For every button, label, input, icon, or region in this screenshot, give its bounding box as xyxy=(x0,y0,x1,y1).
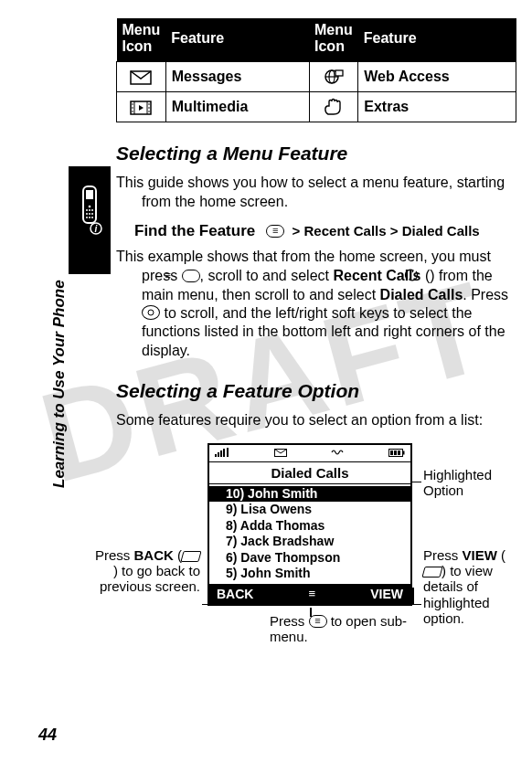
soft-key-view[interactable]: VIEW xyxy=(370,587,403,601)
right-soft-key-icon xyxy=(421,567,442,578)
svg-rect-1 xyxy=(86,190,93,199)
feature-messages: Messages xyxy=(165,62,309,92)
menu-key-icon xyxy=(309,615,327,628)
text-fragment: ) to go back to previous screen. xyxy=(100,563,200,594)
hand-icon xyxy=(309,92,358,122)
envelope-icon xyxy=(117,62,166,92)
svg-point-9 xyxy=(86,217,88,218)
svg-text:i: i xyxy=(95,224,98,234)
svg-point-7 xyxy=(89,213,90,215)
list-item[interactable]: 10) John Smith xyxy=(209,486,410,503)
globe-icon xyxy=(309,62,358,92)
film-icon xyxy=(117,92,166,122)
svg-marker-28 xyxy=(139,105,144,111)
key-label-view: VIEW xyxy=(463,547,497,563)
status-bar xyxy=(209,445,410,462)
find-feature-row: Find the Feature > Recent Calls > Dialed… xyxy=(134,222,516,240)
callout-line xyxy=(412,588,414,604)
table-row: Messages Web Access xyxy=(117,62,516,92)
key-label-back: BACK xyxy=(133,547,173,563)
left-soft-key-icon xyxy=(180,551,201,562)
svg-rect-38 xyxy=(398,450,400,455)
callout-view: Press VIEW () to view details of highlig… xyxy=(423,547,515,626)
svg-point-3 xyxy=(86,209,88,211)
list-item[interactable]: 6) Dave Thompson xyxy=(226,550,410,567)
col-feature: Feature xyxy=(165,18,309,62)
text-fragment: ( xyxy=(420,268,430,283)
feature-web-access: Web Access xyxy=(358,62,516,92)
breadcrumb-recent-calls: Recent Calls xyxy=(304,223,387,238)
svg-rect-39 xyxy=(402,450,404,454)
soft-key-bar: BACK ≡ VIEW xyxy=(209,584,410,604)
find-feature-label: Find the Feature xyxy=(134,222,255,240)
text-fragment: to scroll, and the left/right soft keys … xyxy=(142,305,505,358)
svg-point-6 xyxy=(86,213,88,215)
svg-point-26 xyxy=(149,107,151,109)
col-menu-icon-2: MenuIcon xyxy=(309,18,358,62)
svg-rect-32 xyxy=(223,449,225,457)
breadcrumb-dialed-calls: Dialed Calls xyxy=(402,223,480,238)
phone-info-badge: i xyxy=(69,166,111,274)
svg-point-5 xyxy=(91,209,93,211)
intro-paragraph: This guide shows you how to select a men… xyxy=(116,174,516,211)
svg-point-11 xyxy=(91,217,93,218)
svg-point-27 xyxy=(149,111,151,112)
battery-icon xyxy=(388,447,405,460)
phone-screen: Dialed Calls 10) John Smith 9) Lisa Owen… xyxy=(207,443,412,606)
feature-extras: Extras xyxy=(358,92,516,122)
breadcrumb-sep: > xyxy=(390,223,399,238)
text-fragment: Press xyxy=(270,613,309,629)
callout-line xyxy=(412,482,421,483)
svg-rect-18 xyxy=(335,70,343,76)
text-fragment: Press xyxy=(95,547,134,563)
callout-line xyxy=(202,604,207,606)
svg-rect-29 xyxy=(215,454,217,457)
side-rail: i xyxy=(69,166,111,274)
svg-rect-33 xyxy=(227,448,229,457)
list-item[interactable]: 7) Jack Bradshaw xyxy=(226,534,410,550)
svg-point-24 xyxy=(133,111,134,112)
svg-rect-37 xyxy=(394,450,397,455)
soft-key-menu[interactable]: ≡ xyxy=(309,587,316,600)
section-side-label: Learning to Use Your Phone xyxy=(50,280,69,488)
feat-dialed-calls: Dialed Calls xyxy=(380,287,463,302)
text-fragment: ( xyxy=(497,547,505,563)
svg-point-8 xyxy=(91,213,93,215)
callout-highlighted: Highlighted Option xyxy=(423,467,515,499)
nav-key-icon xyxy=(142,305,160,320)
breadcrumb: > Recent Calls > Dialed Calls xyxy=(266,223,479,238)
ring-indicator-icon xyxy=(331,447,344,460)
svg-rect-31 xyxy=(220,450,222,457)
breadcrumb-sep: > xyxy=(293,223,301,238)
list-item[interactable]: 9) Lisa Owens xyxy=(226,502,410,518)
svg-point-22 xyxy=(133,103,134,105)
heading-selecting-menu-feature: Selecting a Menu Feature xyxy=(116,143,516,164)
text-fragment: Press xyxy=(423,547,463,563)
heading-selecting-feature-option: Selecting a Feature Option xyxy=(116,380,516,402)
col-menu-icon: MenuIcon xyxy=(117,18,166,62)
callout-submenu: Press to open sub-menu. xyxy=(270,613,434,645)
call-list: 10) John Smith 9) Lisa Owens 8) Adda Tho… xyxy=(209,484,410,584)
text-fragment: . Press xyxy=(463,287,508,302)
table-row: Multimedia Extras xyxy=(117,92,516,122)
list-item[interactable]: 5) John Smith xyxy=(226,566,410,582)
menu-key-icon xyxy=(182,270,200,282)
list-item[interactable]: 8) Adda Thomas xyxy=(226,518,410,535)
callout-line xyxy=(412,604,421,606)
message-indicator-icon xyxy=(274,447,287,460)
screen-diagram: Dialed Calls 10) John Smith 9) Lisa Owen… xyxy=(116,441,516,652)
svg-point-23 xyxy=(133,107,134,109)
svg-point-2 xyxy=(89,206,91,208)
soft-key-back[interactable]: BACK xyxy=(217,587,253,601)
col-feature-2: Feature xyxy=(358,18,516,62)
main-content: MenuIcon Feature MenuIcon Feature Messag… xyxy=(116,0,516,652)
svg-rect-36 xyxy=(390,450,393,455)
feature-multimedia: Multimedia xyxy=(165,92,309,122)
page-number: 44 xyxy=(38,726,57,745)
callout-line xyxy=(207,588,209,604)
menu-key-icon xyxy=(266,225,284,238)
svg-point-10 xyxy=(89,217,90,218)
phone-icon: i xyxy=(76,185,103,235)
svg-point-25 xyxy=(149,103,151,105)
explanation-paragraph: This example shows that from the home sc… xyxy=(116,248,516,360)
